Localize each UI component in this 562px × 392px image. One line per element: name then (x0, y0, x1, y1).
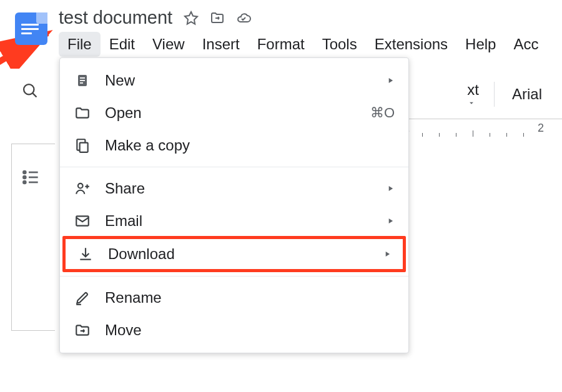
font-selector[interactable]: Arial (495, 79, 562, 109)
menu-item-label: Make a copy (105, 137, 395, 154)
menu-item-email[interactable]: Email (60, 205, 408, 237)
svg-point-1 (24, 84, 34, 94)
menu-item-label: Open (105, 104, 357, 122)
svg-line-2 (32, 93, 36, 97)
menu-item-new[interactable]: New (60, 64, 408, 97)
menu-format[interactable]: Format (249, 32, 313, 57)
svg-point-7 (23, 181, 26, 184)
svg-rect-13 (80, 143, 88, 152)
svg-rect-12 (80, 82, 83, 84)
menu-tools[interactable]: Tools (313, 32, 366, 57)
svg-point-3 (23, 171, 26, 174)
file-menu-dropdown: New Open ⌘O Make a copy Share Email (59, 57, 409, 353)
styles-dropdown[interactable]: xt (458, 75, 494, 114)
menu-item-label: Download (108, 245, 369, 263)
ruler: 1 2 (397, 119, 562, 137)
styles-label-fragment: xt (467, 81, 479, 98)
submenu-arrow-icon (383, 250, 392, 258)
submenu-arrow-icon (386, 184, 395, 193)
menu-view[interactable]: View (144, 32, 194, 57)
menu-item-label: Rename (105, 289, 395, 306)
ruler-mark: 2 (538, 122, 544, 135)
svg-rect-11 (80, 80, 85, 81)
menu-item-move[interactable]: Move (60, 314, 408, 346)
menu-file[interactable]: File (59, 32, 101, 57)
star-icon[interactable] (184, 11, 199, 26)
svg-point-5 (23, 176, 26, 179)
outline-icon[interactable] (21, 167, 41, 187)
move-icon (74, 321, 91, 339)
menu-accessibility[interactable]: Acc (505, 32, 547, 57)
keyboard-shortcut: ⌘O (370, 105, 395, 121)
search-icon[interactable] (17, 78, 42, 103)
menubar: File Edit View Insert Format Tools Exten… (59, 32, 562, 57)
email-icon (74, 212, 91, 230)
svg-rect-10 (80, 77, 85, 79)
menu-edit[interactable]: Edit (101, 32, 144, 57)
menu-divider (60, 167, 408, 167)
menu-item-download[interactable]: Download (62, 236, 406, 272)
menu-item-open[interactable]: Open ⌘O (60, 97, 408, 129)
menu-item-label: Email (105, 212, 372, 230)
chevron-down-icon (467, 99, 485, 107)
download-icon (77, 245, 94, 263)
menu-item-share[interactable]: Share (60, 172, 408, 205)
menu-item-make-copy[interactable]: Make a copy (60, 129, 408, 162)
share-icon (74, 180, 91, 197)
cloud-saved-icon[interactable] (236, 11, 251, 26)
submenu-arrow-icon (386, 76, 395, 85)
menu-item-rename[interactable]: Rename (60, 282, 408, 314)
document-title[interactable]: test document (59, 7, 172, 28)
svg-point-14 (78, 184, 83, 189)
menu-extensions[interactable]: Extensions (366, 32, 456, 57)
menu-item-label: New (105, 72, 372, 89)
menu-insert[interactable]: Insert (194, 32, 249, 57)
rename-icon (74, 289, 91, 306)
copy-icon (74, 137, 91, 154)
menu-item-label: Move (105, 321, 395, 339)
folder-icon (74, 104, 91, 122)
menu-divider (60, 276, 408, 277)
menu-help[interactable]: Help (456, 32, 505, 57)
move-to-folder-icon[interactable] (210, 11, 225, 26)
document-icon (74, 72, 91, 89)
menu-item-label: Share (105, 180, 372, 197)
docs-logo[interactable] (15, 12, 47, 45)
submenu-arrow-icon (386, 217, 395, 225)
